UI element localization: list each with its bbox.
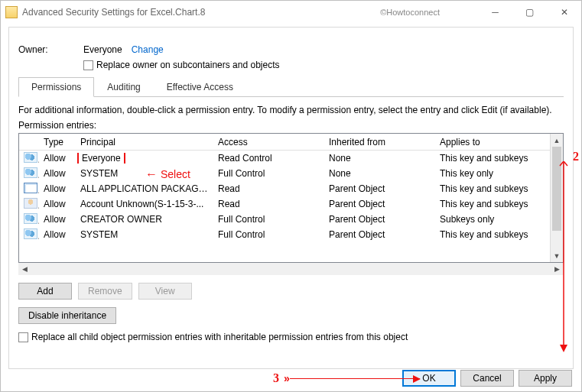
principal-icon: [24, 198, 37, 209]
replace-owner-label: Replace owner on subcontainers and objec…: [96, 60, 279, 70]
cell-inherited: None: [324, 168, 435, 179]
ok-button[interactable]: OK: [402, 370, 456, 387]
table-row[interactable]: AllowAccount Unknown(S-1-15-3-...ReadPar…: [19, 196, 550, 212]
cell-principal: CREATOR OWNER: [76, 214, 213, 225]
annotation-arrow-3: 3 »: [273, 371, 420, 385]
cell-applies: This key only: [435, 168, 550, 179]
cell-type: Allow: [39, 153, 76, 164]
col-type[interactable]: Type: [39, 137, 76, 147]
tab-auditing[interactable]: Auditing: [94, 77, 153, 97]
cell-inherited: None: [324, 153, 435, 164]
annotation-step-3: 3: [273, 371, 279, 385]
cell-type: Allow: [39, 214, 76, 225]
cell-type: Allow: [39, 183, 76, 194]
instructions-text: For additional information, double-click…: [18, 105, 564, 115]
replace-owner-checkbox[interactable]: Replace owner on subcontainers and objec…: [83, 60, 279, 70]
folder-icon: [5, 6, 18, 18]
cell-inherited: Parent Object: [324, 199, 435, 209]
cell-principal: Everyone: [76, 153, 213, 164]
cell-applies: This key and subkeys: [435, 153, 550, 164]
cell-applies: This key and subkeys: [435, 183, 550, 194]
cell-type: Allow: [39, 229, 76, 240]
principal-icon: [24, 213, 37, 224]
watermark-text: ©Howtoconnect: [380, 8, 440, 17]
scroll-right-icon[interactable]: ▶: [551, 263, 564, 275]
table-row[interactable]: AllowEveryoneRead ControlNoneThis key an…: [19, 151, 550, 166]
security-settings-window: Advanced Security Settings for Excel.Cha…: [0, 0, 582, 392]
entry-actions: Add Remove View: [18, 283, 564, 300]
cell-access: Full Control: [213, 168, 324, 179]
dialog-content: Owner: Everyone Change Replace owner on …: [8, 27, 574, 369]
cell-access: Full Control: [213, 214, 324, 225]
maximize-button[interactable]: ▢: [512, 2, 547, 23]
owner-value: Everyone: [83, 44, 122, 55]
entries-label: Permission entries:: [18, 120, 564, 131]
cell-applies: This key and subkeys: [435, 229, 550, 240]
cell-access: Read: [213, 199, 324, 209]
horizontal-scrollbar[interactable]: ◀ ▶: [18, 262, 564, 275]
scroll-down-icon[interactable]: ▼: [551, 249, 563, 262]
principal-icon: [24, 183, 37, 193]
principal-icon: [24, 152, 37, 163]
titlebar: Advanced Security Settings for Excel.Cha…: [1, 1, 581, 24]
col-access[interactable]: Access: [213, 137, 324, 147]
checkbox-icon: [18, 332, 28, 342]
replace-all-label: Replace all child object permission entr…: [31, 332, 408, 342]
cell-access: Full Control: [213, 229, 324, 240]
cell-applies: This key and subkeys: [435, 199, 550, 209]
col-principal[interactable]: Principal: [76, 137, 213, 147]
cell-inherited: Parent Object: [324, 229, 435, 240]
scroll-up-icon[interactable]: ▲: [551, 134, 563, 147]
table-row[interactable]: AllowSYSTEMFull ControlParent ObjectThis…: [19, 227, 550, 242]
cell-principal: Account Unknown(S-1-15-3-...: [76, 199, 213, 209]
cell-principal: SYSTEM: [76, 168, 213, 179]
cell-access: Read: [213, 183, 324, 194]
window-title: Advanced Security Settings for Excel.Cha…: [22, 7, 380, 18]
view-button: View: [138, 283, 192, 300]
table-row[interactable]: AllowALL APPLICATION PACKAGESReadParent …: [19, 181, 550, 196]
change-owner-link[interactable]: Change: [132, 44, 164, 55]
col-applies[interactable]: Applies to: [435, 137, 550, 147]
minimize-button[interactable]: ─: [478, 2, 512, 23]
owner-section: Owner: Everyone Change Replace owner on …: [18, 44, 564, 70]
cell-access: Read Control: [213, 153, 324, 164]
table-row[interactable]: AllowSYSTEMFull ControlNoneThis key only: [19, 166, 550, 181]
owner-label: Owner:: [18, 44, 83, 55]
cell-type: Allow: [39, 168, 76, 179]
annotation-step-2: 2: [573, 150, 579, 164]
table-row[interactable]: AllowCREATOR OWNERFull ControlParent Obj…: [19, 212, 550, 227]
col-inherited[interactable]: Inherited from: [324, 137, 435, 147]
permission-entries-grid: Type Principal Access Inherited from App…: [18, 133, 564, 263]
scroll-left-icon[interactable]: ◀: [18, 263, 31, 275]
tab-effective-access[interactable]: Effective Access: [154, 77, 246, 97]
principal-icon: [24, 228, 37, 239]
checkbox-icon: [83, 60, 93, 70]
cell-principal: ALL APPLICATION PACKAGES: [76, 183, 213, 194]
add-button[interactable]: Add: [18, 283, 72, 300]
dialog-footer: OK Cancel Apply: [402, 370, 572, 387]
cell-type: Allow: [39, 199, 76, 209]
cancel-button[interactable]: Cancel: [460, 370, 514, 387]
scroll-thumb[interactable]: [552, 147, 561, 231]
disable-inheritance-button[interactable]: Disable inheritance: [18, 307, 116, 324]
cell-principal: SYSTEM: [76, 229, 213, 240]
principal-icon: [24, 167, 37, 178]
grid-header: Type Principal Access Inherited from App…: [19, 134, 550, 151]
cell-inherited: Parent Object: [324, 183, 435, 194]
tab-strip: Permissions Auditing Effective Access: [18, 76, 564, 97]
remove-button: Remove: [78, 283, 132, 300]
vertical-scrollbar[interactable]: ▲ ▼: [550, 134, 563, 262]
window-buttons: ─ ▢ ✕: [478, 2, 581, 23]
replace-all-checkbox[interactable]: Replace all child object permission entr…: [18, 332, 564, 342]
tab-permissions[interactable]: Permissions: [18, 77, 94, 97]
cell-applies: Subkeys only: [435, 214, 550, 225]
close-button[interactable]: ✕: [547, 2, 581, 23]
apply-button[interactable]: Apply: [519, 370, 572, 387]
cell-inherited: Parent Object: [324, 214, 435, 225]
